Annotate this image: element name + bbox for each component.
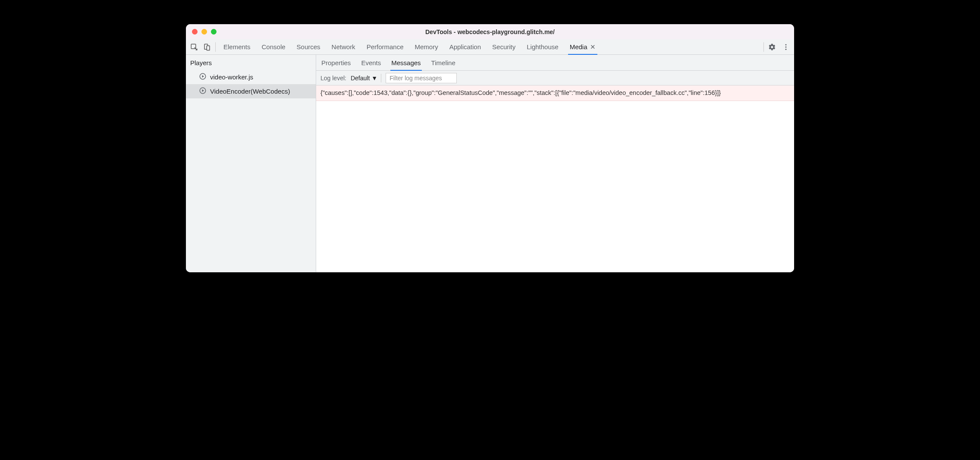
tab-label: Performance: [367, 43, 404, 50]
tab-label: Memory: [415, 43, 438, 50]
chevron-down-icon: ▼: [371, 75, 377, 82]
toolbar-left: [190, 42, 216, 52]
log-level-label: Log level:: [320, 75, 346, 82]
window-title: DevTools - webcodecs-playground.glitch.m…: [425, 28, 555, 35]
log-row[interactable]: {"causes":[],"code":1543,"data":{},"grou…: [316, 85, 794, 101]
toolbar-right: [763, 42, 790, 52]
tab-security[interactable]: Security: [492, 39, 515, 54]
media-subtabs: PropertiesEventsMessagesTimeline: [316, 55, 794, 71]
subtab-events[interactable]: Events: [361, 55, 381, 70]
players-sidebar: Players video-worker.jsVideoEncoder(WebC…: [186, 55, 316, 272]
tab-label: Application: [449, 43, 481, 50]
filter-input[interactable]: [386, 73, 457, 83]
players-list: video-worker.jsVideoEncoder(WebCodecs): [186, 70, 316, 98]
subtab-timeline[interactable]: Timeline: [431, 55, 455, 70]
filter-bar: Log level: Default ▼: [316, 71, 794, 85]
tab-memory[interactable]: Memory: [415, 39, 438, 54]
tab-network[interactable]: Network: [332, 39, 355, 54]
titlebar: DevTools - webcodecs-playground.glitch.m…: [186, 24, 794, 39]
main-area: Players video-worker.jsVideoEncoder(WebC…: [186, 55, 794, 272]
subtab-messages[interactable]: Messages: [391, 55, 421, 70]
tab-label: Security: [492, 43, 515, 50]
player-item[interactable]: video-worker.js: [186, 70, 316, 84]
device-toggle-icon[interactable]: [203, 43, 211, 51]
tab-label: Elements: [223, 43, 251, 50]
gear-icon[interactable]: [768, 43, 776, 51]
tab-performance[interactable]: Performance: [367, 39, 404, 54]
player-label: video-worker.js: [210, 73, 253, 81]
main-toolbar: ElementsConsoleSourcesNetworkPerformance…: [186, 39, 794, 55]
tab-sources[interactable]: Sources: [297, 39, 320, 54]
tab-label: Console: [262, 43, 286, 50]
traffic-lights: [192, 29, 217, 35]
tab-application[interactable]: Application: [449, 39, 481, 54]
close-icon[interactable]: ✕: [590, 43, 596, 51]
svg-point-3: [785, 44, 787, 45]
tab-label: Sources: [297, 43, 320, 50]
window-maximize-button[interactable]: [211, 29, 217, 35]
svg-point-5: [785, 48, 787, 50]
tab-label: Media: [570, 43, 587, 50]
tab-label: Lighthouse: [527, 43, 558, 50]
tab-console[interactable]: Console: [262, 39, 286, 54]
tab-elements[interactable]: Elements: [223, 39, 251, 54]
player-label: VideoEncoder(WebCodecs): [210, 88, 290, 95]
tab-media[interactable]: Media✕: [570, 39, 596, 54]
log-area: {"causes":[],"code":1543,"data":{},"grou…: [316, 85, 794, 272]
svg-point-4: [785, 46, 787, 47]
main-tabs: ElementsConsoleSourcesNetworkPerformance…: [223, 39, 763, 54]
tab-lighthouse[interactable]: Lighthouse: [527, 39, 558, 54]
log-level-select[interactable]: Default ▼: [351, 74, 381, 82]
tab-label: Network: [332, 43, 355, 50]
inspect-icon[interactable]: [190, 43, 198, 51]
player-item[interactable]: VideoEncoder(WebCodecs): [186, 84, 316, 98]
media-content: PropertiesEventsMessagesTimeline Log lev…: [316, 55, 794, 272]
play-icon: [199, 87, 207, 96]
window-minimize-button[interactable]: [201, 29, 207, 35]
log-level-value: Default: [351, 75, 370, 82]
window-close-button[interactable]: [192, 29, 198, 35]
svg-rect-2: [207, 46, 210, 50]
kebab-menu-icon[interactable]: [782, 43, 790, 51]
devtools-window: DevTools - webcodecs-playground.glitch.m…: [186, 24, 794, 272]
players-title: Players: [186, 57, 316, 70]
subtab-properties[interactable]: Properties: [321, 55, 351, 70]
play-icon: [199, 72, 207, 82]
